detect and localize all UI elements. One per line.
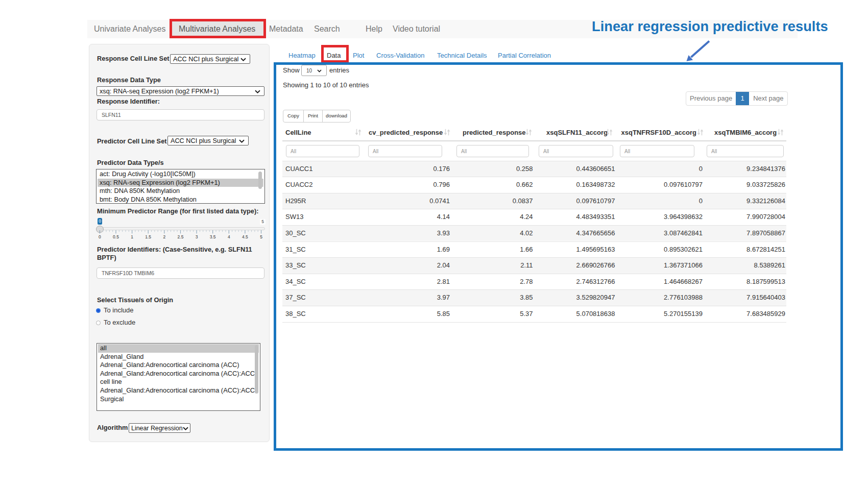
svg-text:2.5: 2.5 [178,234,184,239]
svg-text:4: 4 [228,234,230,239]
svg-text:3: 3 [196,234,198,239]
svg-text:0: 0 [99,234,101,239]
svg-text:0.5: 0.5 [113,234,119,239]
svg-text:1: 1 [131,234,133,239]
svg-text:2: 2 [163,234,165,239]
svg-text:4.5: 4.5 [242,234,248,239]
svg-text:1.5: 1.5 [145,234,151,239]
svg-text:3.5: 3.5 [210,234,216,239]
svg-text:5: 5 [260,234,262,239]
